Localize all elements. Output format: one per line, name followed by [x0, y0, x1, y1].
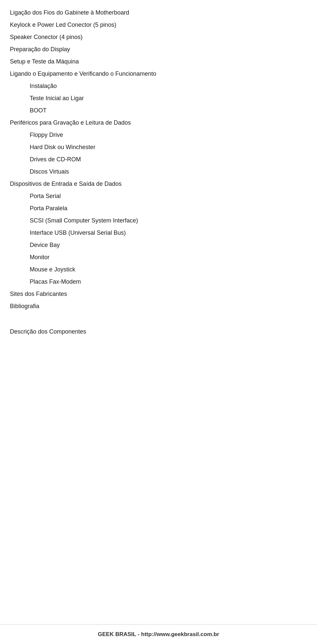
- list-item: Speaker Conector (4 pinos): [10, 31, 307, 43]
- list-item: Sites dos Fabricantes: [10, 288, 307, 300]
- list-item: Preparação do Display: [10, 43, 307, 56]
- list-item: Hard Disk ou Winchester: [10, 141, 307, 153]
- list-item: Instalação: [10, 80, 307, 92]
- items-container: Ligação dos Fios do Gabinete à Motherboa…: [10, 7, 307, 312]
- list-item: Ligação dos Fios do Gabinete à Motherboa…: [10, 7, 307, 19]
- list-item: Setup e Teste da Máquina: [10, 56, 307, 68]
- list-item: Porta Paralela: [10, 202, 307, 215]
- list-item: SCSI (Small Computer System Interface): [10, 215, 307, 227]
- description-section: Descrição dos Componentes: [10, 322, 307, 338]
- list-item: Ligando o Equipamento e Verificando o Fu…: [10, 68, 307, 80]
- list-item: Monitor: [10, 251, 307, 263]
- list-item: Bibliografia: [10, 300, 307, 312]
- list-item: Teste Inicial ao Ligar: [10, 92, 307, 104]
- list-item: Device Bay: [10, 239, 307, 251]
- list-item: Mouse e Joystick: [10, 263, 307, 276]
- list-item: Placas Fax-Modem: [10, 276, 307, 288]
- list-item: Interface USB (Universal Serial Bus): [10, 227, 307, 239]
- list-item: Discos Virtuais: [10, 166, 307, 178]
- footer-text: GEEK BRASIL - http://www.geekbrasil.com.…: [98, 631, 219, 638]
- list-item: Periféricos para Gravação e Leitura de D…: [10, 117, 307, 129]
- footer: GEEK BRASIL - http://www.geekbrasil.com.…: [0, 624, 317, 644]
- list-item: Porta Serial: [10, 190, 307, 202]
- list-item: Dispositivos de Entrada e Saída de Dados: [10, 178, 307, 190]
- list-item: Drives de CD-ROM: [10, 153, 307, 166]
- footer-separator: -: [136, 631, 141, 637]
- main-content: Ligação dos Fios do Gabinete à Motherboa…: [0, 0, 317, 371]
- description-label: Descrição dos Componentes: [10, 326, 307, 338]
- list-item: Floppy Drive: [10, 129, 307, 141]
- footer-url: http://www.geekbrasil.com.br: [141, 631, 219, 637]
- footer-brand: GEEK BRASIL: [98, 631, 136, 637]
- list-item: Keylock e Power Led Conector (5 pinos): [10, 19, 307, 31]
- list-item: BOOT: [10, 104, 307, 117]
